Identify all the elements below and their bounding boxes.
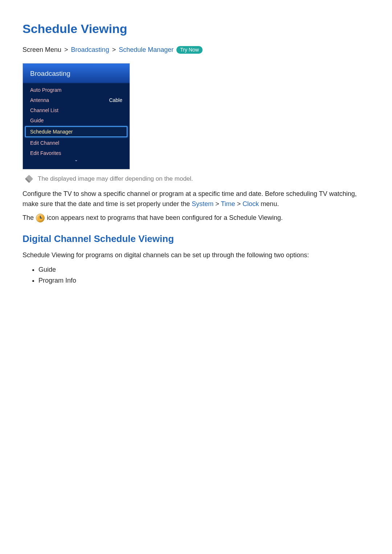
tv-menu-header: Broadcasting <box>23 63 130 83</box>
tv-menu-item-label: Edit Channel <box>30 140 59 146</box>
options-list: Guide Program Info <box>23 264 370 286</box>
breadcrumb-broadcasting[interactable]: Broadcasting <box>71 46 109 54</box>
tv-menu-item-antenna: Antenna Cable <box>23 95 130 105</box>
body-paragraph-2: The icon appears next to programs that h… <box>23 213 370 223</box>
tv-menu-item-auto-program: Auto Program <box>23 85 130 95</box>
tv-menu-item-value: Cable <box>109 97 122 103</box>
body-sep: > <box>235 200 243 208</box>
image-note-text: The displayed image may differ depending… <box>38 175 193 182</box>
tv-menu-list: Auto Program Antenna Cable Channel List … <box>23 83 130 169</box>
list-item: Program Info <box>38 275 370 286</box>
tv-menu-item-label: Edit Favorites <box>30 150 61 156</box>
clock-icon <box>36 214 45 222</box>
breadcrumb-sep: > <box>112 46 116 54</box>
tv-menu-item-label: Guide <box>30 118 44 123</box>
body-paragraph-1: Configure the TV to show a specific chan… <box>23 189 370 209</box>
breadcrumb: Screen Menu > Broadcasting > Schedule Ma… <box>23 46 370 54</box>
body-text: menu. <box>259 200 279 208</box>
list-item: Guide <box>38 264 370 275</box>
link-clock[interactable]: Clock <box>242 200 259 208</box>
tv-menu-screenshot: Broadcasting Auto Program Antenna Cable … <box>23 63 130 169</box>
body-text: icon appears next to programs that have … <box>47 213 283 223</box>
chevron-down-icon: ˇ <box>23 158 130 169</box>
tv-menu-item-label: Schedule Manager <box>30 129 73 135</box>
tv-menu-item-label: Antenna <box>30 97 49 103</box>
pencil-icon <box>25 175 33 183</box>
try-now-badge[interactable]: Try Now <box>176 46 203 54</box>
breadcrumb-sep: > <box>64 46 68 54</box>
section-subtitle: Digital Channel Schedule Viewing <box>23 233 370 245</box>
tv-menu-item-edit-favorites: Edit Favorites <box>23 148 130 158</box>
tv-menu-item-schedule-manager: Schedule Manager <box>25 126 127 137</box>
tv-menu-item-label: Channel List <box>30 107 58 113</box>
breadcrumb-schedule-manager[interactable]: Schedule Manager <box>119 46 173 54</box>
body-paragraph-3: Schedule Viewing for programs on digital… <box>23 250 370 260</box>
tv-menu-item-label: Auto Program <box>30 87 61 93</box>
tv-menu-item-edit-channel: Edit Channel <box>23 138 130 148</box>
body-text: The <box>23 213 34 223</box>
page-title: Schedule Viewing <box>23 22 370 36</box>
link-system[interactable]: System <box>192 200 213 208</box>
tv-menu-item-channel-list: Channel List <box>23 105 130 115</box>
body-sep: > <box>213 200 221 208</box>
breadcrumb-prefix: Screen Menu <box>23 46 61 54</box>
tv-menu-item-guide: Guide <box>23 115 130 126</box>
image-note: The displayed image may differ depending… <box>26 175 370 182</box>
body-text: Configure the TV to show a specific chan… <box>23 190 357 208</box>
link-time[interactable]: Time <box>221 200 235 208</box>
